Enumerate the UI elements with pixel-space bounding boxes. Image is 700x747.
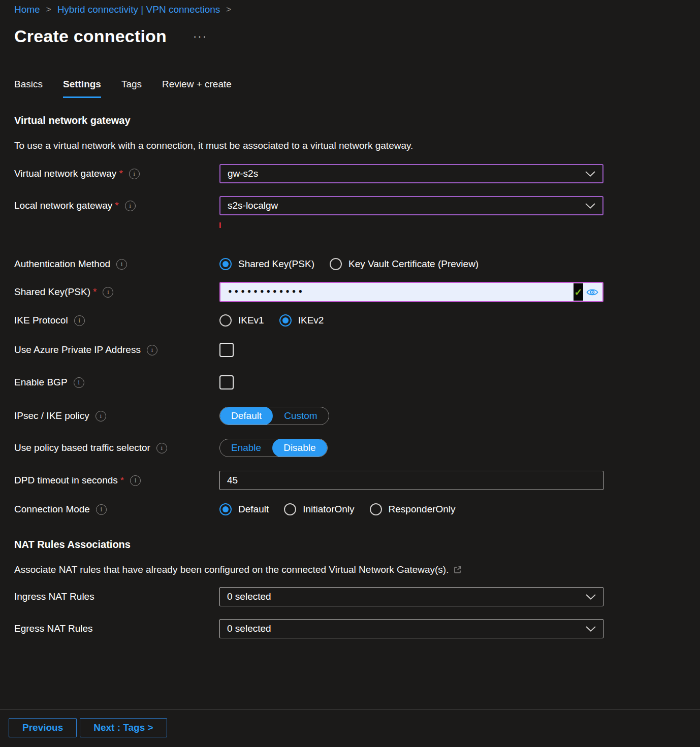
radio-label: Default bbox=[238, 504, 269, 515]
radio-mode-responder-only[interactable]: ResponderOnly bbox=[370, 503, 456, 515]
virtual-network-gateway-dropdown[interactable]: gw-s2s bbox=[219, 164, 603, 183]
authentication-method-radio-group: Shared Key(PSK) Key Vault Certificate (P… bbox=[219, 258, 479, 270]
password-valid-check-icon: ✓ bbox=[574, 283, 583, 301]
dropdown-value: 0 selected bbox=[227, 623, 271, 634]
nat-description-text: Associate NAT rules that have already be… bbox=[14, 564, 449, 575]
radio-unselected-icon bbox=[219, 314, 232, 327]
wizard-footer: Previous Next : Tags > bbox=[0, 709, 700, 747]
enable-bgp-checkbox[interactable] bbox=[219, 375, 234, 389]
field-row-virtual-network-gateway: Virtual network gateway * i gw-s2s bbox=[14, 164, 700, 183]
field-label-group: DPD timeout in seconds * i bbox=[14, 475, 219, 486]
info-icon[interactable]: i bbox=[74, 315, 85, 326]
more-options-icon[interactable]: ··· bbox=[193, 34, 207, 39]
chevron-down-icon bbox=[585, 171, 595, 177]
field-label-group: Authentication Method i bbox=[14, 258, 219, 270]
field-label: Use Azure Private IP Address bbox=[14, 344, 141, 355]
radio-mode-initiator-only[interactable]: InitiatorOnly bbox=[284, 503, 354, 515]
dropdown-value: 0 selected bbox=[227, 591, 271, 602]
breadcrumb-home-link[interactable]: Home bbox=[14, 4, 40, 15]
previous-button[interactable]: Previous bbox=[9, 718, 77, 737]
field-row-egress-nat-rules: Egress NAT Rules 0 selected bbox=[14, 619, 700, 638]
field-label-group: IPsec / IKE policy i bbox=[14, 410, 219, 421]
field-row-authentication-method: Authentication Method i Shared Key(PSK) … bbox=[14, 258, 700, 270]
validation-marker bbox=[219, 222, 221, 228]
field-label: Local network gateway bbox=[14, 200, 112, 211]
info-icon[interactable]: i bbox=[129, 169, 140, 179]
info-icon[interactable]: i bbox=[125, 201, 136, 211]
tab-basics[interactable]: Basics bbox=[14, 79, 43, 98]
field-label-group: Connection Mode i bbox=[14, 504, 219, 515]
egress-nat-rules-dropdown[interactable]: 0 selected bbox=[219, 619, 603, 638]
breadcrumb-separator-icon: > bbox=[226, 5, 231, 15]
field-label-group: Egress NAT Rules bbox=[14, 623, 219, 634]
radio-mode-default[interactable]: Default bbox=[219, 503, 269, 515]
info-icon[interactable]: i bbox=[130, 475, 141, 486]
dpd-timeout-input[interactable] bbox=[219, 471, 603, 490]
radio-ikev2[interactable]: IKEv2 bbox=[279, 314, 324, 327]
vng-section-heading: Virtual network gateway bbox=[14, 115, 700, 126]
ipsec-ike-policy-toggle: Default Custom bbox=[219, 407, 329, 425]
breadcrumb: Home > Hybrid connectivity | VPN connect… bbox=[0, 0, 700, 15]
field-label: IPsec / IKE policy bbox=[14, 410, 89, 421]
info-icon[interactable]: i bbox=[96, 411, 106, 421]
info-icon[interactable]: i bbox=[156, 443, 167, 453]
tab-review-create[interactable]: Review + create bbox=[162, 79, 232, 98]
field-row-enable-bgp: Enable BGP i bbox=[14, 375, 700, 389]
field-label: Egress NAT Rules bbox=[14, 623, 93, 634]
radio-label: ResponderOnly bbox=[389, 504, 456, 515]
radio-shared-key-psk[interactable]: Shared Key(PSK) bbox=[219, 258, 314, 270]
info-icon[interactable]: i bbox=[116, 259, 127, 270]
ipsec-policy-default-option[interactable]: Default bbox=[220, 407, 273, 425]
field-row-traffic-selector: Use policy based traffic selector i Enab… bbox=[14, 439, 700, 457]
masked-password-value: •••••••••••• bbox=[228, 287, 574, 297]
field-label: Use policy based traffic selector bbox=[14, 442, 150, 453]
page-title: Create connection bbox=[14, 26, 167, 46]
field-row-ipsec-ike-policy: IPsec / IKE policy i Default Custom bbox=[14, 407, 700, 425]
field-label-group: Local network gateway * i bbox=[14, 200, 219, 211]
field-label-group: Use policy based traffic selector i bbox=[14, 442, 219, 453]
traffic-selector-enable-option[interactable]: Enable bbox=[220, 439, 272, 457]
field-label: IKE Protocol bbox=[14, 315, 68, 326]
required-asterisk: * bbox=[93, 286, 97, 298]
dropdown-value: s2s-localgw bbox=[228, 200, 278, 211]
breadcrumb-parent-link[interactable]: Hybrid connectivity | VPN connections bbox=[57, 4, 220, 15]
use-azure-private-ip-checkbox[interactable] bbox=[219, 343, 234, 357]
eye-icon bbox=[586, 288, 598, 297]
radio-unselected-icon bbox=[330, 258, 342, 270]
info-icon[interactable]: i bbox=[147, 345, 157, 355]
radio-unselected-icon bbox=[370, 503, 382, 515]
shared-key-input[interactable]: •••••••••••• ✓ bbox=[219, 282, 603, 302]
traffic-selector-disable-option[interactable]: Disable bbox=[272, 439, 327, 457]
radio-label: InitiatorOnly bbox=[303, 504, 354, 515]
radio-label: IKEv2 bbox=[298, 315, 324, 326]
field-row-dpd-timeout: DPD timeout in seconds * i bbox=[14, 471, 700, 490]
field-label-group: IKE Protocol i bbox=[14, 315, 219, 326]
ingress-nat-rules-dropdown[interactable]: 0 selected bbox=[219, 587, 603, 606]
next-tags-button[interactable]: Next : Tags > bbox=[80, 718, 167, 737]
info-icon[interactable]: i bbox=[74, 377, 84, 388]
field-label-group: Shared Key(PSK) * i bbox=[14, 286, 219, 298]
external-link-icon[interactable] bbox=[454, 566, 462, 574]
field-label-group: Use Azure Private IP Address i bbox=[14, 344, 219, 355]
field-label-group: Enable BGP i bbox=[14, 377, 219, 388]
info-icon[interactable]: i bbox=[103, 287, 113, 298]
field-label: Authentication Method bbox=[14, 258, 110, 270]
field-label: DPD timeout in seconds bbox=[14, 475, 118, 486]
tab-bar: Basics Settings Tags Review + create bbox=[14, 79, 700, 98]
field-label: Shared Key(PSK) bbox=[14, 286, 90, 298]
radio-ikev1[interactable]: IKEv1 bbox=[219, 314, 264, 327]
info-icon[interactable]: i bbox=[96, 504, 107, 515]
radio-key-vault-certificate[interactable]: Key Vault Certificate (Preview) bbox=[330, 258, 479, 270]
connection-mode-radio-group: Default InitiatorOnly ResponderOnly bbox=[219, 503, 456, 515]
ipsec-policy-custom-option[interactable]: Custom bbox=[273, 407, 328, 425]
required-asterisk: * bbox=[119, 168, 122, 179]
tab-tags[interactable]: Tags bbox=[121, 79, 142, 98]
radio-selected-icon bbox=[219, 258, 232, 270]
show-password-button[interactable] bbox=[586, 288, 598, 297]
radio-label: IKEv1 bbox=[238, 315, 264, 326]
local-network-gateway-dropdown[interactable]: s2s-localgw bbox=[219, 196, 603, 215]
field-label: Ingress NAT Rules bbox=[14, 591, 94, 602]
field-label: Connection Mode bbox=[14, 504, 90, 515]
tab-settings[interactable]: Settings bbox=[63, 79, 101, 98]
radio-label: Shared Key(PSK) bbox=[238, 258, 314, 270]
